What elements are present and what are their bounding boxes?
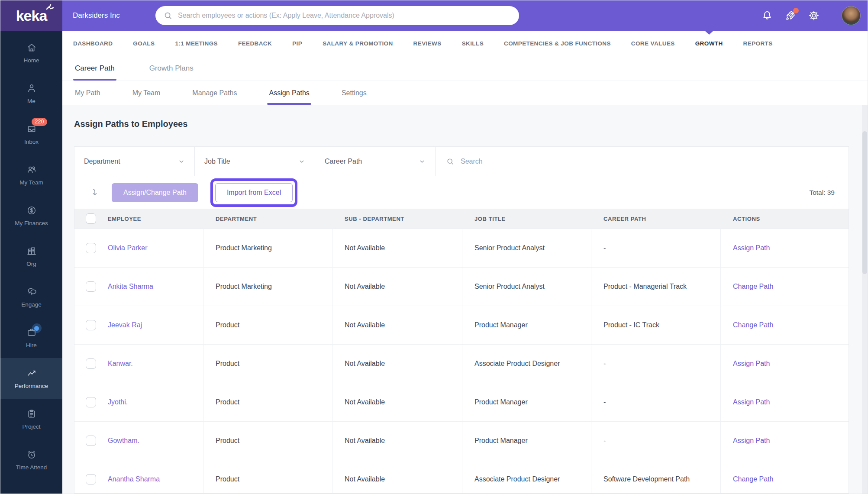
chevron-down-icon bbox=[298, 158, 305, 165]
employee-name-link[interactable]: Jeevak Raj bbox=[108, 321, 142, 329]
sidebar-item-label: Org bbox=[26, 261, 36, 267]
change-path-link[interactable]: Change Path bbox=[733, 321, 773, 329]
change-path-link[interactable]: Change Path bbox=[733, 283, 773, 291]
row-checkbox[interactable] bbox=[86, 474, 96, 484]
table-header-row: EMPLOYEE DEPARTMENTSUB - DEPARTMENTJOB T… bbox=[74, 209, 849, 229]
table-body: Olivia ParkerProduct MarketingNot Availa… bbox=[74, 229, 849, 494]
employee-name-link[interactable]: Anantha Sharma bbox=[108, 475, 160, 483]
actions-cell: Assign Path bbox=[721, 422, 849, 460]
sidebar-item-me[interactable]: Me bbox=[0, 73, 62, 114]
row-checkbox[interactable] bbox=[86, 243, 96, 253]
table-row: Anantha SharmaProductNot AvailableAssoci… bbox=[74, 460, 849, 494]
sidebar-item-performance[interactable]: Performance bbox=[0, 358, 62, 399]
department-cell: Product Marketing bbox=[203, 229, 332, 267]
sub-department-cell: Not Available bbox=[332, 422, 462, 460]
nav-tab-reviews[interactable]: REVIEWS bbox=[413, 31, 442, 56]
nav-tab-salary-promotion[interactable]: SALARY & PROMOTION bbox=[323, 31, 393, 56]
nav-tab-growth[interactable]: GROWTH bbox=[695, 31, 723, 56]
nav-tab-goals[interactable]: GOALS bbox=[133, 31, 155, 56]
nav-tab-feedback[interactable]: FEEDBACK bbox=[238, 31, 272, 56]
nav-tab-1-1-meetings[interactable]: 1:1 MEETINGS bbox=[175, 31, 218, 56]
employee-name-link[interactable]: Jyothi. bbox=[108, 398, 128, 406]
sidebar-item-my-team[interactable]: My Team bbox=[0, 155, 62, 195]
employee-name-link[interactable]: Gowtham. bbox=[108, 437, 139, 445]
assign-change-path-button[interactable]: Assign/Change Path bbox=[112, 183, 198, 202]
sidebar-item-home[interactable]: Home bbox=[0, 32, 62, 73]
whats-new-rocket-icon[interactable] bbox=[784, 9, 797, 22]
global-search[interactable] bbox=[155, 6, 519, 25]
user-avatar[interactable] bbox=[842, 6, 861, 25]
filter-bar: DepartmentJob TitleCareer Path bbox=[74, 147, 849, 176]
job-title-cell: Senior Product Analyst bbox=[462, 229, 591, 267]
tab-assign-paths[interactable]: Assign Paths bbox=[267, 81, 311, 105]
search-icon bbox=[163, 11, 173, 20]
main-content: Assign Paths to Employees DepartmentJob … bbox=[62, 105, 868, 494]
tab-manage-paths[interactable]: Manage Paths bbox=[190, 81, 239, 105]
career-path-filter-dropdown[interactable]: Career Path bbox=[315, 147, 436, 176]
nav-tab-core-values[interactable]: CORE VALUES bbox=[631, 31, 675, 56]
inbox-count-badge: 220 bbox=[32, 118, 48, 126]
career-path-cell: - bbox=[591, 229, 721, 267]
employee-cell: Jeevak Raj bbox=[74, 306, 203, 344]
table-row: Gowtham.ProductNot AvailableProduct Mana… bbox=[74, 422, 849, 460]
employee-cell: Gowtham. bbox=[74, 422, 203, 460]
tab-settings[interactable]: Settings bbox=[340, 81, 368, 105]
nav-tab-pip[interactable]: PIP bbox=[292, 31, 302, 56]
global-search-input[interactable] bbox=[178, 12, 511, 19]
nav-tab-skills[interactable]: SKILLS bbox=[462, 31, 484, 56]
sidebar-item-time-attend[interactable]: Time Attend bbox=[0, 439, 62, 480]
topbar: keka Darksiders Inc bbox=[0, 0, 868, 31]
department-filter-dropdown[interactable]: Department bbox=[74, 147, 195, 176]
nav-tab-dashboard[interactable]: DASHBOARD bbox=[73, 31, 113, 56]
topbar-divider bbox=[831, 9, 831, 22]
actions-cell: Assign Path bbox=[721, 345, 849, 383]
import-from-excel-button[interactable]: Import from Excel bbox=[215, 183, 293, 202]
sidebar-item-label: Performance bbox=[15, 383, 48, 389]
job-title-filter-dropdown[interactable]: Job Title bbox=[195, 147, 315, 176]
table-row: Jeevak RajProductNot AvailableProduct Ma… bbox=[74, 306, 849, 345]
job-title-cell: Product Manager bbox=[462, 383, 591, 421]
settings-gear-icon[interactable] bbox=[807, 9, 820, 22]
assign-path-link[interactable]: Assign Path bbox=[733, 360, 770, 368]
sidebar-item-label: Project bbox=[22, 423, 40, 430]
nav-tab-reports[interactable]: REPORTS bbox=[743, 31, 773, 56]
tab-my-team[interactable]: My Team bbox=[131, 81, 162, 105]
vertical-scrollbar[interactable] bbox=[862, 105, 868, 494]
table-search[interactable] bbox=[436, 147, 849, 176]
sidebar-item-inbox[interactable]: 220Inbox bbox=[0, 114, 62, 155]
row-checkbox[interactable] bbox=[86, 397, 96, 407]
sidebar-item-hire[interactable]: Hire bbox=[0, 317, 62, 358]
row-checkbox[interactable] bbox=[86, 436, 96, 446]
table-search-input[interactable] bbox=[461, 158, 838, 165]
subnav-tab-growth-plans[interactable]: Growth Plans bbox=[148, 56, 195, 81]
notifications-bell-icon[interactable] bbox=[761, 9, 774, 22]
employee-name-link[interactable]: Olivia Parker bbox=[108, 244, 148, 252]
job-title-cell: Senior Product Analyst bbox=[462, 268, 591, 306]
tab-my-path[interactable]: My Path bbox=[73, 81, 102, 105]
filter-label: Job Title bbox=[204, 158, 230, 165]
assign-path-link[interactable]: Assign Path bbox=[733, 244, 770, 252]
subnav-tab-career-path[interactable]: Career Path bbox=[73, 56, 116, 81]
assign-path-link[interactable]: Assign Path bbox=[733, 398, 770, 406]
table-header-sub-department: SUB - DEPARTMENT bbox=[332, 216, 462, 222]
row-checkbox[interactable] bbox=[86, 281, 96, 292]
select-all-checkbox[interactable] bbox=[86, 213, 96, 224]
sub-department-cell: Not Available bbox=[332, 268, 462, 306]
sort-arrow-icon[interactable] bbox=[89, 187, 100, 198]
change-path-link[interactable]: Change Path bbox=[733, 475, 773, 483]
employee-name-link[interactable]: Kanwar. bbox=[108, 360, 133, 368]
employee-name-link[interactable]: Ankita Sharma bbox=[108, 283, 153, 291]
row-checkbox[interactable] bbox=[86, 320, 96, 330]
scrollbar-thumb[interactable] bbox=[862, 131, 867, 274]
sidebar-item-label: My Team bbox=[19, 179, 43, 186]
keka-logo[interactable]: keka bbox=[0, 0, 62, 31]
row-checkbox[interactable] bbox=[86, 358, 96, 369]
assign-path-link[interactable]: Assign Path bbox=[733, 437, 770, 445]
nav-tab-competencies-job-functions[interactable]: COMPETENCIES & JOB FUNCTIONS bbox=[504, 31, 611, 56]
sidebar-item-org[interactable]: Org bbox=[0, 236, 62, 277]
sidebar-item-my-finances[interactable]: My Finances bbox=[0, 195, 62, 236]
inbox-icon: 220 bbox=[26, 123, 37, 135]
sidebar-item-engage[interactable]: Engage bbox=[0, 277, 62, 317]
sidebar-item-project[interactable]: Project bbox=[0, 399, 62, 439]
employee-cell: Anantha Sharma bbox=[74, 460, 203, 494]
